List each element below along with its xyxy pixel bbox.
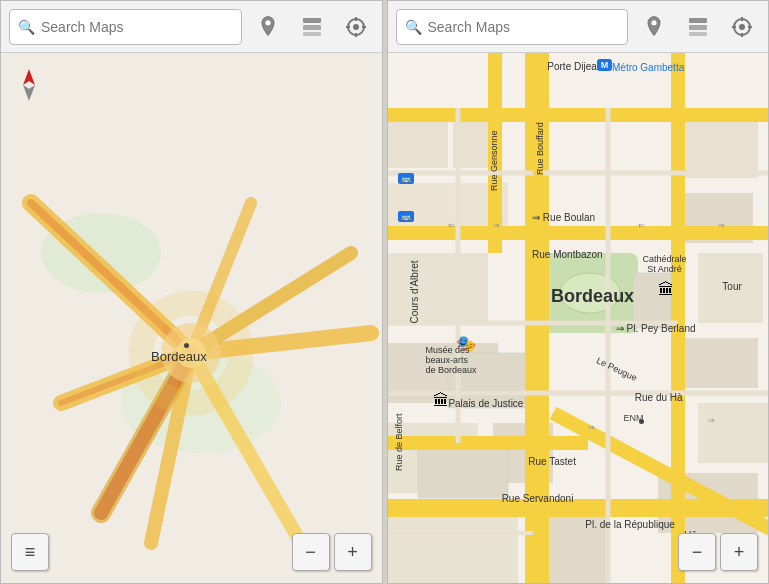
bus-icon-1: 🚌 <box>398 173 414 184</box>
left-map-canvas[interactable]: Bordeaux <box>1 53 382 583</box>
right-pin-button[interactable] <box>636 9 672 45</box>
museum-icon: 🎭 <box>456 334 476 353</box>
bus-icon-2: 🚌 <box>398 211 414 222</box>
left-menu-control: ≡ <box>11 533 49 571</box>
layers-icon <box>301 16 323 38</box>
right-map-canvas[interactable]: ⇒ ⇐ ⇒ ⇐ ⇒ ⇒ Porte Dijeaux Métro Gambetta… <box>388 53 769 583</box>
svg-point-26 <box>176 338 206 368</box>
svg-rect-44 <box>678 118 758 178</box>
left-search-input[interactable] <box>41 19 233 35</box>
search-icon-right: 🔍 <box>405 19 422 35</box>
zoom-in-icon: + <box>347 542 358 563</box>
bordeaux-dot <box>184 343 189 348</box>
svg-rect-29 <box>689 18 707 23</box>
svg-rect-47 <box>678 338 758 388</box>
search-icon: 🔍 <box>18 19 35 35</box>
right-zoom-out-button[interactable]: − <box>678 533 716 571</box>
zoom-out-icon-right: − <box>692 542 703 563</box>
palais-icon: 🏛 <box>433 392 449 410</box>
left-zoom-controls: − + <box>292 533 372 571</box>
svg-rect-59 <box>388 108 769 122</box>
location-icon <box>345 16 367 38</box>
svg-rect-2 <box>303 25 321 30</box>
layers-icon-right <box>687 16 709 38</box>
svg-rect-41 <box>388 118 448 168</box>
svg-rect-48 <box>698 403 769 463</box>
left-pin-button[interactable] <box>250 9 286 45</box>
left-zoom-in-button[interactable]: + <box>334 533 372 571</box>
svg-text:⇒: ⇒ <box>718 221 725 230</box>
svg-rect-30 <box>689 25 707 30</box>
svg-point-0 <box>265 20 270 25</box>
svg-text:⇒: ⇒ <box>493 221 500 230</box>
svg-rect-58 <box>418 443 508 498</box>
svg-text:⇒: ⇒ <box>708 416 715 425</box>
svg-marker-11 <box>23 85 35 101</box>
location-icon-right <box>731 16 753 38</box>
svg-rect-46 <box>698 253 763 323</box>
svg-point-5 <box>353 24 359 30</box>
svg-rect-31 <box>689 32 707 36</box>
pin-icon <box>258 15 278 39</box>
svg-rect-1 <box>303 18 321 23</box>
svg-rect-54 <box>388 513 518 583</box>
left-menu-button[interactable]: ≡ <box>11 533 49 571</box>
compass <box>15 67 43 107</box>
app-container: 🔍 <box>0 0 769 584</box>
menu-icon: ≡ <box>25 542 36 563</box>
enm-dot <box>639 419 644 424</box>
left-location-button[interactable] <box>338 9 374 45</box>
right-location-button[interactable] <box>724 9 760 45</box>
left-map-panel: 🔍 <box>0 0 383 584</box>
left-toolbar: 🔍 <box>1 1 382 53</box>
svg-text:⇐: ⇐ <box>448 221 455 230</box>
svg-point-40 <box>560 273 620 313</box>
right-zoom-controls: − + <box>678 533 758 571</box>
zoom-in-icon-right: + <box>734 542 745 563</box>
svg-rect-57 <box>448 353 538 408</box>
svg-point-28 <box>651 20 656 25</box>
svg-rect-3 <box>303 32 321 36</box>
metro-icon: M <box>597 59 613 71</box>
left-layers-button[interactable] <box>294 9 330 45</box>
svg-text:⇒: ⇒ <box>588 423 595 432</box>
right-map-svg: ⇒ ⇐ ⇒ ⇐ ⇒ ⇒ <box>388 53 769 583</box>
cathedral-icon: 🏛 <box>658 281 674 299</box>
svg-text:⇐: ⇐ <box>638 221 645 230</box>
svg-point-33 <box>739 24 745 30</box>
right-map-panel: 🔍 <box>387 0 770 584</box>
left-zoom-out-button[interactable]: − <box>292 533 330 571</box>
svg-rect-50 <box>388 253 488 323</box>
right-zoom-in-button[interactable]: + <box>720 533 758 571</box>
svg-marker-10 <box>23 69 35 85</box>
pin-icon-right <box>644 15 664 39</box>
right-layers-button[interactable] <box>680 9 716 45</box>
right-search-input[interactable] <box>428 19 620 35</box>
zoom-out-icon: − <box>305 542 316 563</box>
left-map-svg <box>1 53 382 583</box>
right-search-box[interactable]: 🔍 <box>396 9 629 45</box>
left-search-box[interactable]: 🔍 <box>9 9 242 45</box>
right-toolbar: 🔍 <box>388 1 769 53</box>
